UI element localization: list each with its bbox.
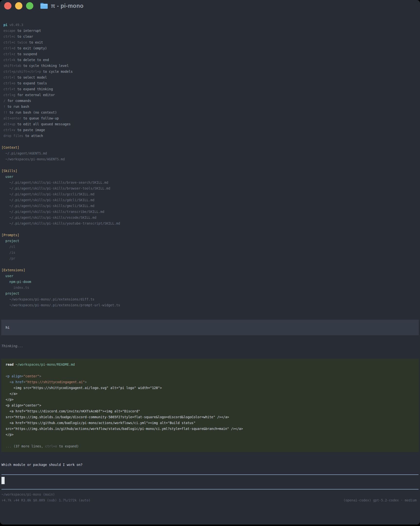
minimize-button[interactable] xyxy=(15,2,22,10)
terminal-line: project xyxy=(0,238,420,244)
terminal-line xyxy=(3,367,417,373)
close-button[interactable] xyxy=(4,2,11,10)
terminal-line: <a href="https://shittycodingagent.ai"> xyxy=(3,379,417,385)
tool-output-box: read ~/workspaces/pi-mono/README.md <p a… xyxy=(1,359,419,452)
terminal-line: user xyxy=(0,174,420,180)
terminal-line: ctrl+l to select model xyxy=(0,74,420,80)
terminal-line: ctrl+z to suspend xyxy=(0,51,420,57)
folder-icon xyxy=(40,3,48,9)
terminal-line: ~/workspaces/pi-mono/AGENTS.md xyxy=(0,156,420,162)
maximize-button[interactable] xyxy=(26,2,33,10)
terminal-line: /cl xyxy=(0,244,420,250)
terminal-line: alt+up to edit all queued messages xyxy=(0,121,420,127)
status-bar: ~/workspaces/pi-mono (main) ↑4.7k ↓44 R3… xyxy=(0,491,420,503)
terminal-line: index.ts xyxy=(0,285,420,291)
terminal-line: ctrl+d to exit (empty) xyxy=(0,45,420,51)
terminal-line: ~/.pi/agent/skills/pi-skills/youtube-tra… xyxy=(0,220,420,226)
titlebar: π - pi-mono xyxy=(0,0,420,12)
terminal-line: <p align="center"> xyxy=(3,373,417,379)
user-message-text: hi xyxy=(3,324,417,330)
skills-section: [Skills] user ~/.pi/agent/skills/pi-skil… xyxy=(0,168,420,226)
terminal-line: / for commands xyxy=(0,98,420,104)
terminal-line: ~/.pi/agent/skills/pi-skills/browser-too… xyxy=(0,185,420,191)
terminal-line: /is xyxy=(0,250,420,255)
terminal-line: pi v0.49.3 xyxy=(0,22,420,28)
terminal-line: read ~/workspaces/pi-mono/README.md xyxy=(3,362,417,367)
input-divider-bottom xyxy=(1,489,419,489)
terminal-line: [Skills] xyxy=(0,168,420,174)
assistant-message: Which module or package should I work on… xyxy=(0,462,420,468)
terminal-line: ~/.pi/agent/skills/pi-skills/gmcli/SKILL… xyxy=(0,203,420,209)
terminal-line: ctrl+v to paste image xyxy=(0,127,420,133)
terminal-line: Which module or package should I work on… xyxy=(0,462,420,468)
user-message-box: hi xyxy=(1,320,419,335)
terminal-line: ctrl+p/shift+ctrl+p to cycle models xyxy=(0,69,420,74)
terminal-line: project xyxy=(0,291,420,296)
terminal-line: ctrl+c to clear xyxy=(0,34,420,40)
terminal-line: [Prompts] xyxy=(0,232,420,238)
terminal-line: npm:pi-doom xyxy=(0,279,420,285)
terminal-line: ctrl+k to delete to end xyxy=(0,57,420,63)
terminal-line: ... (37 more lines, ctrl+o to expand) xyxy=(3,443,417,449)
prompts-section: [Prompts] project /cl /is /pr xyxy=(0,232,420,261)
terminal-line: <img src="https://shittycodingagent.ai/l… xyxy=(3,385,417,391)
terminal-line: ~/.pi/agent/skills/pi-skills/transcribe/… xyxy=(0,209,420,215)
thinking-text: Thinking... xyxy=(0,343,420,349)
token-usage-stats: ↑4.7k ↓44 R3.8k $0.009 (sub) 1.7%/272k (… xyxy=(1,497,91,503)
terminal-line: [Extensions] xyxy=(0,267,420,273)
terminal-line: ~/.pi/agent/skills/pi-skills/brave-searc… xyxy=(0,180,420,185)
context-section: [Context] ~/.pi/agent/AGENTS.md ~/worksp… xyxy=(0,144,420,162)
terminal-line: ~/.pi/agent/skills/pi-skills/gdcli/SKILL… xyxy=(0,197,420,203)
terminal-line: shift+tab to cycle thinking level xyxy=(0,63,420,69)
terminal-line: <p align="center"> xyxy=(3,402,417,408)
terminal-line: ~/workspaces/pi-mono/.pi/extensions/prom… xyxy=(0,302,420,308)
terminal-line: </a> xyxy=(3,391,417,396)
banner-and-shortcuts: pi v0.49.3 escape to interrupt ctrl+c to… xyxy=(0,22,420,139)
extensions-section: [Extensions] user npm:pi-doom index.ts p… xyxy=(0,267,420,308)
terminal-line: </p> xyxy=(3,396,417,402)
terminal-line: ! to run bash xyxy=(0,104,420,110)
cwd-branch-status: ~/workspaces/pi-mono (main) xyxy=(0,491,420,497)
terminal-line: <a href="https://discord.com/invite/nKXT… xyxy=(3,408,417,414)
terminal-line: drop files to attach xyxy=(0,133,420,139)
terminal-line: ctrl+t to expand thinking xyxy=(0,86,420,92)
terminal-line xyxy=(3,437,417,443)
terminal-content: pi v0.49.3 escape to interrupt ctrl+c to… xyxy=(0,12,420,503)
terminal-line: [Context] xyxy=(0,144,420,150)
terminal-line: alt+enter to queue follow-up xyxy=(0,115,420,121)
text-cursor xyxy=(1,477,5,484)
terminal-line: <a href="https://github.com/badlogic/pi-… xyxy=(3,420,417,426)
terminal-line: ctrl+g for external editor xyxy=(0,92,420,98)
terminal-line: user xyxy=(0,273,420,279)
prompt-input[interactable] xyxy=(0,475,420,486)
terminal-line: ctrl+c twice to exit xyxy=(0,40,420,45)
terminal-line: src="https://img.shields.io/badge/discor… xyxy=(3,414,417,420)
terminal-line: escape to interrupt xyxy=(0,28,420,34)
terminal-line: src="https://img.shields.io/github/actio… xyxy=(3,426,417,432)
terminal-line: ~/workspaces/pi-mono/.pi/extensions/diff… xyxy=(0,296,420,302)
terminal-line: ctrl+o to expand tools xyxy=(0,80,420,86)
terminal-line: !! to run bash (no context) xyxy=(0,110,420,115)
terminal-line: /pr xyxy=(0,255,420,261)
model-info: (openai-codex) gpt-5.2-codex · medium xyxy=(343,497,417,503)
window-title: π - pi-mono xyxy=(51,3,83,9)
terminal-line: ~/.pi/agent/AGENTS.md xyxy=(0,150,420,156)
terminal-line: ~/.pi/agent/skills/pi-skills/gccli/SKILL… xyxy=(0,191,420,197)
status-row-2: ↑4.7k ↓44 R3.8k $0.009 (sub) 1.7%/272k (… xyxy=(0,497,420,503)
terminal-line: ~/.pi/agent/skills/pi-skills/vscode/SKIL… xyxy=(0,215,420,220)
terminal-line: </p> xyxy=(3,432,417,437)
thinking-indicator: Thinking... xyxy=(0,343,420,349)
terminal-window: π - pi-mono pi v0.49.3 escape to interru… xyxy=(0,0,420,525)
traffic-lights xyxy=(4,2,33,10)
